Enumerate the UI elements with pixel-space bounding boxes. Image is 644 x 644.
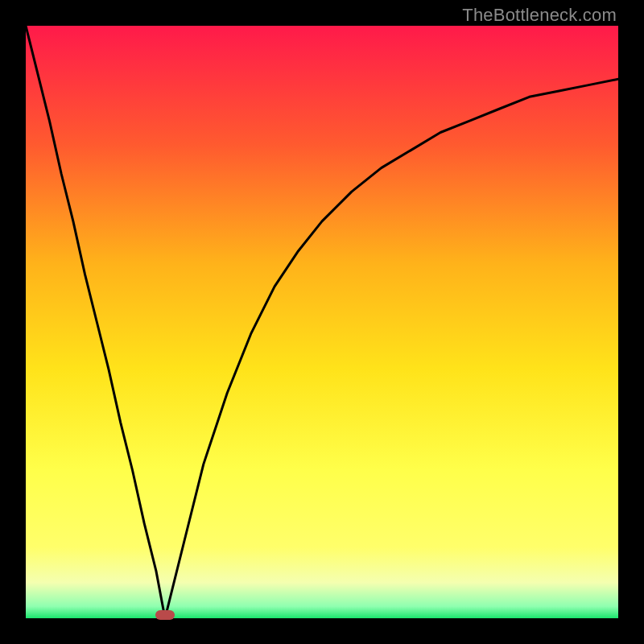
minimum-marker <box>155 610 175 620</box>
watermark-text: TheBottleneck.com <box>462 5 617 26</box>
chart-plot-area <box>26 26 618 618</box>
bottleneck-curve <box>26 26 618 618</box>
